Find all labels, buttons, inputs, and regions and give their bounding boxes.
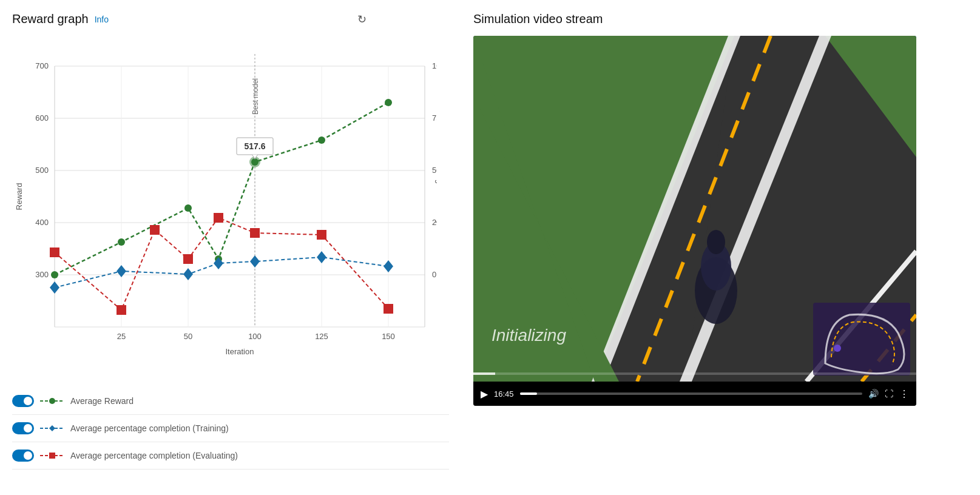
- svg-rect-50: [150, 225, 160, 235]
- reward-chart: Best model 700 600 500 400 300 Reward 10…: [12, 36, 437, 375]
- volume-icon[interactable]: 🔊: [868, 389, 879, 399]
- svg-point-39: [318, 136, 325, 144]
- svg-text:600: 600: [35, 113, 49, 123]
- initializing-text: Initializing: [492, 326, 566, 345]
- svg-point-35: [184, 204, 192, 212]
- svg-point-61: [49, 398, 55, 404]
- toggle-avg-evaluating[interactable]: [12, 450, 34, 462]
- video-controls: ▶ 16:45 🔊 ⛶ ⋮: [473, 382, 916, 406]
- svg-marker-43: [183, 268, 193, 280]
- refresh-icon[interactable]: ↻: [357, 13, 367, 26]
- simulation-header: Simulation video stream: [473, 12, 968, 26]
- progress-bar-fill: [520, 392, 537, 395]
- left-panel: Reward graph Info ↻: [12, 12, 449, 470]
- svg-rect-55: [384, 304, 393, 314]
- simulation-title: Simulation video stream: [473, 12, 603, 26]
- legend-line-avg-training: [40, 422, 64, 434]
- info-link[interactable]: Info: [95, 15, 109, 24]
- toggle-avg-reward[interactable]: [12, 395, 34, 407]
- fullscreen-icon[interactable]: ⛶: [885, 389, 893, 399]
- video-container[interactable]: Initializing ▶ 16:45 🔊 ⛶ ⋮: [473, 36, 916, 406]
- svg-rect-54: [317, 230, 326, 240]
- svg-rect-52: [214, 213, 223, 223]
- svg-rect-48: [50, 247, 59, 257]
- svg-text:0: 0: [432, 270, 436, 279]
- svg-text:150: 150: [382, 332, 395, 341]
- main-container: Reward graph Info ↻: [12, 12, 968, 470]
- svg-text:517.6: 517.6: [244, 141, 265, 151]
- svg-text:125: 125: [315, 332, 328, 341]
- svg-marker-45: [250, 255, 260, 268]
- svg-text:100: 100: [432, 61, 437, 70]
- svg-text:75: 75: [432, 113, 437, 123]
- svg-point-33: [51, 271, 58, 278]
- legend-line-avg-evaluating: [40, 450, 64, 462]
- svg-text:Best model: Best model: [251, 78, 260, 115]
- legend-label-avg-training: Average percentage completion (Training): [70, 423, 229, 433]
- svg-point-40: [385, 99, 392, 106]
- play-button[interactable]: ▶: [481, 388, 488, 400]
- legend-item-avg-evaluating: Average percentage completion (Evaluatin…: [12, 442, 449, 470]
- progress-bar[interactable]: [520, 392, 862, 395]
- legend-item-avg-reward: Average Reward: [12, 388, 449, 415]
- svg-rect-49: [117, 305, 126, 315]
- svg-rect-65: [49, 453, 55, 459]
- svg-marker-42: [117, 265, 126, 277]
- right-panel: Simulation video stream: [473, 12, 968, 470]
- svg-point-34: [118, 238, 125, 246]
- time-display: 16:45: [494, 389, 514, 399]
- svg-text:50: 50: [184, 332, 192, 341]
- svg-marker-41: [50, 281, 59, 294]
- legend-label-avg-evaluating: Average percentage completion (Evaluatin…: [70, 451, 238, 460]
- svg-text:500: 500: [35, 166, 49, 175]
- svg-text:400: 400: [35, 218, 49, 227]
- svg-marker-47: [384, 260, 393, 272]
- svg-rect-83: [473, 372, 916, 375]
- chart-svg: Best model 700 600 500 400 300 Reward 10…: [12, 36, 437, 375]
- reward-graph-title: Reward graph: [12, 12, 89, 26]
- svg-text:Percentage track completion: Percentage track completion: [435, 150, 437, 243]
- svg-point-80: [707, 230, 725, 254]
- svg-text:100: 100: [248, 332, 262, 341]
- legend-item-avg-training: Average percentage completion (Training): [12, 415, 449, 442]
- svg-text:Reward: Reward: [15, 183, 24, 210]
- legend-label-avg-reward: Average Reward: [70, 396, 133, 406]
- toggle-avg-training[interactable]: [12, 422, 34, 434]
- svg-rect-51: [183, 254, 193, 264]
- legend-line-avg-reward: [40, 395, 64, 407]
- svg-marker-46: [317, 251, 326, 263]
- svg-point-82: [834, 345, 841, 352]
- svg-text:Iteration: Iteration: [226, 347, 254, 356]
- chart-legend: Average Reward Average percentage comple…: [12, 388, 449, 470]
- svg-rect-53: [250, 228, 260, 238]
- svg-text:25: 25: [117, 332, 126, 341]
- svg-text:300: 300: [35, 270, 49, 279]
- more-options-icon[interactable]: ⋮: [899, 388, 909, 400]
- svg-marker-63: [49, 425, 55, 431]
- video-scene: Initializing: [473, 36, 916, 382]
- svg-text:700: 700: [35, 61, 49, 70]
- reward-graph-header: Reward graph Info ↻: [12, 12, 449, 26]
- svg-rect-84: [473, 372, 495, 375]
